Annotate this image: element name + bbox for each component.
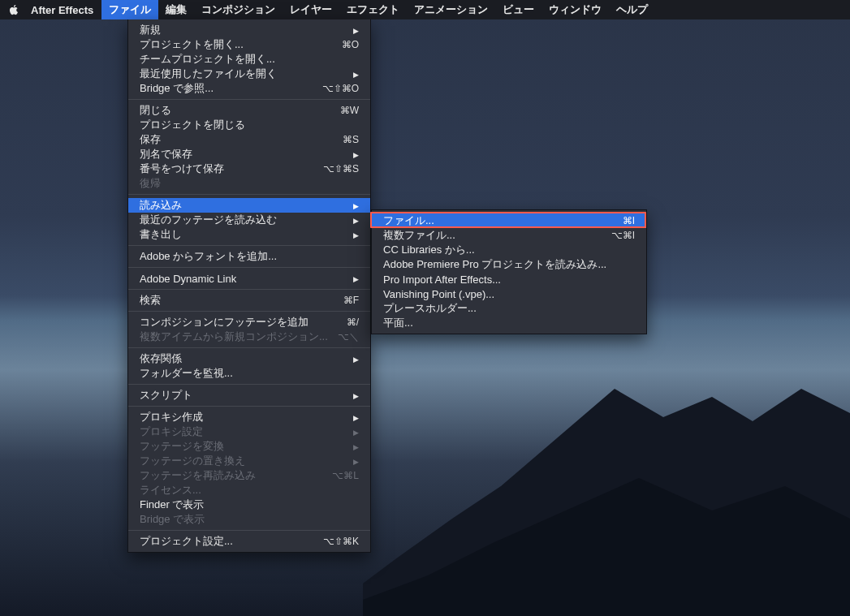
file-menu-item[interactable]: 依存関係 xyxy=(128,351,370,366)
submenu-arrow-icon xyxy=(353,215,359,225)
submenu-arrow-icon xyxy=(353,25,359,35)
menubar-item-5[interactable]: アニメーション xyxy=(407,0,495,19)
menu-item-shortcut: ⌥⇧⌘K xyxy=(323,536,359,547)
file-menu-item[interactable]: 保存⌘S xyxy=(128,132,370,147)
file-menu-item[interactable]: Bridge で参照...⌥⇧⌘O xyxy=(128,81,370,96)
import-submenu-item[interactable]: 平面... xyxy=(372,316,646,330)
menu-item-shortcut: ⌥＼ xyxy=(338,330,359,344)
menu-item-label: Adobe Dynamic Link xyxy=(140,273,343,285)
menu-item-shortcut: ⌥⇧⌘S xyxy=(323,163,359,174)
menu-item-label: Bridge で表示 xyxy=(140,512,359,527)
menubar-item-1[interactable]: 編集 xyxy=(158,0,194,19)
menu-item-label: 閉じる xyxy=(140,103,330,118)
file-menu-item[interactable]: 最近使用したファイルを開く xyxy=(128,67,370,81)
file-menu-item[interactable]: Adobe からフォントを追加... xyxy=(128,249,370,264)
import-submenu-item[interactable]: CC Libraries から... xyxy=(372,243,646,257)
file-menu-item[interactable]: 読み込み xyxy=(128,198,370,213)
menu-separator xyxy=(128,267,370,268)
menu-item-label: 番号をつけて保存 xyxy=(140,162,313,176)
menu-item-label: スクリプト xyxy=(140,388,343,403)
file-menu-item[interactable]: フォルダーを監視... xyxy=(128,366,370,381)
file-menu-item[interactable]: 最近のフッテージを読み込む xyxy=(128,213,370,227)
menu-item-label: フッテージの置き換え xyxy=(140,454,343,468)
menu-item-label: プロキシ設定 xyxy=(140,424,343,439)
submenu-arrow-icon xyxy=(353,274,359,283)
menu-item-shortcut: ⌘W xyxy=(340,105,359,116)
menu-separator xyxy=(128,384,370,385)
menu-item-label: ライセンス... xyxy=(140,483,359,498)
submenu-arrow-icon xyxy=(353,230,359,239)
menu-separator xyxy=(128,194,370,195)
menu-item-shortcut: ⌥⌘I xyxy=(611,230,635,241)
menu-separator xyxy=(128,530,370,531)
menubar-item-4[interactable]: エフェクト xyxy=(339,0,407,19)
file-menu-item[interactable]: 検索⌘F xyxy=(128,293,370,308)
file-menu-item[interactable]: 閉じる⌘W xyxy=(128,103,370,118)
file-menu-item: 復帰 xyxy=(128,176,370,191)
file-menu-item[interactable]: Finder で表示 xyxy=(128,498,370,512)
menu-separator xyxy=(128,347,370,348)
menu-item-label: プロキシ作成 xyxy=(140,410,343,424)
file-menu-item: フッテージの置き換え xyxy=(128,454,370,468)
import-submenu-item[interactable]: プレースホルダー... xyxy=(372,301,646,316)
submenu-arrow-icon xyxy=(353,412,359,422)
import-submenu-item[interactable]: 複数ファイル...⌥⌘I xyxy=(372,228,646,243)
menu-item-label: プロジェクト設定... xyxy=(140,534,313,549)
file-menu-item[interactable]: 番号をつけて保存⌥⇧⌘S xyxy=(128,162,370,176)
menu-item-label: 読み込み xyxy=(140,198,343,213)
file-menu-item[interactable]: プロジェクト設定...⌥⇧⌘K xyxy=(128,534,370,549)
menu-item-label: フッテージを再読み込み xyxy=(140,468,322,483)
menu-item-shortcut: ⌥⌘L xyxy=(332,470,359,481)
desktop-background: After Effects ファイル編集コンポジションレイヤーエフェクトアニメー… xyxy=(0,0,850,616)
file-menu-item: Bridge で表示 xyxy=(128,512,370,527)
menu-item-label: Finder で表示 xyxy=(140,498,359,512)
file-menu-item[interactable]: スクリプト xyxy=(128,388,370,403)
menu-item-label: 最近のフッテージを読み込む xyxy=(140,213,343,227)
menu-item-label: 新規 xyxy=(140,23,343,37)
import-submenu-item[interactable]: ファイル...⌘I xyxy=(372,213,646,228)
submenu-arrow-icon xyxy=(353,354,359,364)
menu-item-shortcut: ⌘O xyxy=(342,39,359,50)
file-menu-item[interactable]: プロキシ作成 xyxy=(128,410,370,424)
submenu-arrow-icon xyxy=(353,442,359,451)
menubar-item-2[interactable]: コンポジション xyxy=(194,0,283,19)
import-submenu-item[interactable]: Pro Import After Effects... xyxy=(372,272,646,286)
menubar-item-8[interactable]: ヘルプ xyxy=(609,0,655,19)
apple-logo-icon[interactable] xyxy=(8,4,19,15)
submenu-arrow-icon xyxy=(353,200,359,210)
menu-item-label: Adobe からフォントを追加... xyxy=(140,249,359,264)
menu-item-shortcut: ⌘/ xyxy=(347,317,359,328)
import-submenu-item[interactable]: Vanishing Point (.vpe)... xyxy=(372,286,646,301)
file-menu-item: フッテージを変換 xyxy=(128,439,370,454)
file-menu-item[interactable]: チームプロジェクトを開く... xyxy=(128,52,370,67)
file-menu-item[interactable]: プロジェクトを閉じる xyxy=(128,118,370,132)
file-menu-item: 複数アイテムから新規コンポジション...⌥＼ xyxy=(128,330,370,344)
menu-item-label: 複数アイテムから新規コンポジション... xyxy=(140,330,328,344)
menubar-item-7[interactable]: ウィンドウ xyxy=(541,0,609,19)
menu-separator xyxy=(128,311,370,312)
menu-item-label: ファイル... xyxy=(383,213,613,228)
file-menu-item[interactable]: 書き出し xyxy=(128,227,370,242)
menu-item-label: 保存 xyxy=(140,132,333,147)
menu-item-label: CC Libraries から... xyxy=(383,243,635,257)
menu-item-shortcut: ⌘I xyxy=(623,215,635,226)
menubar-item-0[interactable]: ファイル xyxy=(101,0,158,19)
menu-item-label: 復帰 xyxy=(140,176,359,191)
file-menu-item[interactable]: 別名で保存 xyxy=(128,147,370,162)
menu-item-label: Vanishing Point (.vpe)... xyxy=(383,288,635,300)
menu-item-label: 検索 xyxy=(140,293,334,308)
menu-item-label: Adobe Premiere Pro プロジェクトを読み込み... xyxy=(383,257,635,272)
file-menu-item: ライセンス... xyxy=(128,483,370,498)
app-name[interactable]: After Effects xyxy=(31,4,93,16)
menubar-item-6[interactable]: ビュー xyxy=(495,0,541,19)
file-menu-item[interactable]: 新規 xyxy=(128,23,370,37)
file-menu-item[interactable]: Adobe Dynamic Link xyxy=(128,271,370,286)
menu-item-label: 依存関係 xyxy=(140,351,343,366)
menu-item-label: 平面... xyxy=(383,316,635,330)
file-menu-item: フッテージを再読み込み⌥⌘L xyxy=(128,468,370,483)
menubar-item-3[interactable]: レイヤー xyxy=(283,0,339,19)
menu-item-label: 最近使用したファイルを開く xyxy=(140,67,343,81)
file-menu-item[interactable]: プロジェクトを開く...⌘O xyxy=(128,37,370,52)
file-menu-item[interactable]: コンポジションにフッテージを追加⌘/ xyxy=(128,315,370,330)
import-submenu-item[interactable]: Adobe Premiere Pro プロジェクトを読み込み... xyxy=(372,257,646,272)
